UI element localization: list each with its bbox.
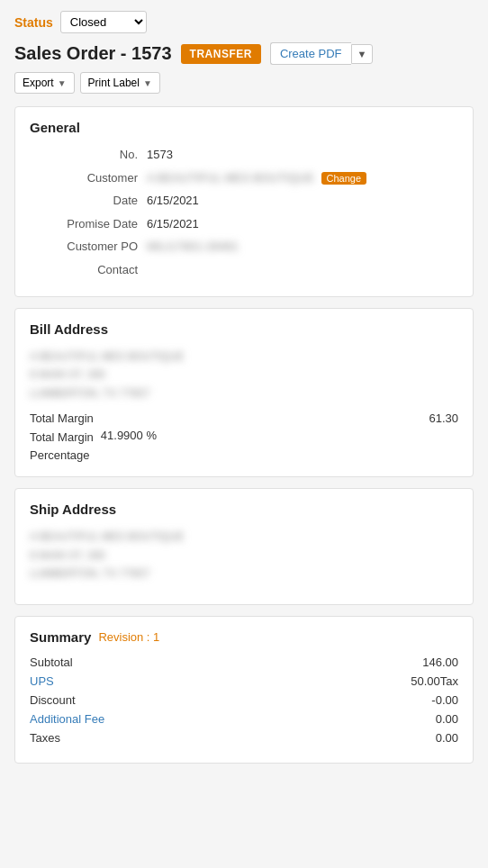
total-margin-pct-label-line2: Percentage xyxy=(30,447,94,465)
summary-title-row: Summary Revision : 1 xyxy=(30,629,458,645)
transfer-button[interactable]: TRANSFER xyxy=(181,44,261,64)
bill-address-card: Bill Address A BEAUTIFUL MES BOUTIQUE 8 … xyxy=(14,308,474,477)
action-row: Export ▼ Print Label ▼ xyxy=(14,72,474,94)
ship-addr-line3: LUMBERTON, TX 77657 xyxy=(30,565,458,583)
print-label-dropdown-icon: ▼ xyxy=(143,78,152,88)
create-pdf-group: Create PDF ▼ xyxy=(270,42,374,65)
status-row: Status Closed Open Pending xyxy=(14,11,474,33)
subtotal-label: Subtotal xyxy=(30,656,73,669)
total-margin-pct-value: 41.9900 % xyxy=(101,429,157,442)
bill-addr-line3: LUMBERTON, TX 77657 xyxy=(30,384,458,402)
ship-address-card: Ship Address A BEAUTIFUL MES BOUTIQUE 8 … xyxy=(14,488,474,605)
discount-label: Discount xyxy=(30,693,76,707)
promise-date-row: Promise Date 6/15/2021 xyxy=(30,215,458,233)
discount-row: Discount -0.00 xyxy=(30,693,458,707)
ship-addr-line1: A BEAUTIFUL MES BOUTIQUE xyxy=(30,528,458,546)
contact-row: Contact xyxy=(30,261,458,279)
general-card: General No. 1573 Customer A BEAUTIFUL ME… xyxy=(14,106,474,297)
no-value: 1573 xyxy=(147,146,458,164)
additional-fee-value: 0.00 xyxy=(436,712,458,726)
customer-po-row: Customer PO MILI17801-28481 xyxy=(30,238,458,256)
bill-address-section-title: Bill Address xyxy=(30,321,458,337)
customer-row: Customer A BEAUTIFUL MES BOUTIQUE Change xyxy=(30,169,458,187)
promise-date-label: Promise Date xyxy=(30,215,147,233)
create-pdf-dropdown-button[interactable]: ▼ xyxy=(351,44,374,64)
ups-row: UPS 50.00Tax xyxy=(30,674,458,688)
summary-card: Summary Revision : 1 Subtotal 146.00 UPS… xyxy=(14,616,474,764)
export-dropdown-icon: ▼ xyxy=(58,78,67,88)
revision-badge: Revision : 1 xyxy=(98,630,159,644)
additional-fee-row: Additional Fee 0.00 xyxy=(30,712,458,726)
customer-po-blurred: MILI17801-28481 xyxy=(147,238,239,256)
total-margin-pct-label-line1: Total Margin xyxy=(30,429,94,447)
customer-value: A BEAUTIFUL MES BOUTIQUE Change xyxy=(147,169,458,187)
customer-name-blurred: A BEAUTIFUL MES BOUTIQUE xyxy=(147,169,314,187)
taxes-row: Taxes 0.00 xyxy=(30,731,458,745)
subtotal-row: Subtotal 146.00 xyxy=(30,656,458,669)
contact-label: Contact xyxy=(30,261,147,279)
bill-addr-line2: 8 MAIN ST, 300 xyxy=(30,366,458,384)
bill-addr-line1: A BEAUTIFUL MES BOUTIQUE xyxy=(30,348,458,366)
total-margin-value: 61.30 xyxy=(429,411,458,425)
bill-address-block: A BEAUTIFUL MES BOUTIQUE 8 MAIN ST, 300 … xyxy=(30,348,458,402)
status-label: Status xyxy=(14,15,53,30)
date-label: Date xyxy=(30,192,147,210)
ship-address-block: A BEAUTIFUL MES BOUTIQUE 8 MAIN ST, 300 … xyxy=(30,528,458,583)
ups-value: 50.00Tax xyxy=(411,674,458,688)
ups-label[interactable]: UPS xyxy=(30,674,54,688)
ship-address-section-title: Ship Address xyxy=(30,502,458,517)
ship-addr-line2: 8 MAIN ST, 300 xyxy=(30,547,458,565)
customer-change-tag[interactable]: Change xyxy=(321,172,367,185)
taxes-value: 0.00 xyxy=(436,731,458,745)
additional-fee-label[interactable]: Additional Fee xyxy=(30,712,104,726)
date-value: 6/15/2021 xyxy=(147,192,458,210)
title-row: Sales Order - 1573 TRANSFER Create PDF ▼ xyxy=(14,42,474,65)
export-button[interactable]: Export ▼ xyxy=(14,72,75,94)
status-select[interactable]: Closed Open Pending xyxy=(60,11,147,33)
print-label-button[interactable]: Print Label ▼ xyxy=(80,72,160,94)
subtotal-value: 146.00 xyxy=(422,656,458,669)
page-title: Sales Order - 1573 xyxy=(14,43,172,64)
total-margin-pct-row: Total Margin Percentage 41.9900 % xyxy=(30,429,458,464)
no-row: No. 1573 xyxy=(30,146,458,164)
total-margin-label: Total Margin xyxy=(30,411,94,425)
summary-section-title: Summary xyxy=(30,629,91,645)
taxes-label: Taxes xyxy=(30,731,60,745)
create-pdf-button[interactable]: Create PDF xyxy=(270,42,351,65)
general-section-title: General xyxy=(30,120,458,135)
discount-value: -0.00 xyxy=(431,693,458,707)
promise-date-value: 6/15/2021 xyxy=(147,215,458,233)
date-row: Date 6/15/2021 xyxy=(30,192,458,210)
no-label: No. xyxy=(30,146,147,164)
total-margin-row: Total Margin 61.30 xyxy=(30,411,458,425)
customer-po-value: MILI17801-28481 xyxy=(147,238,458,256)
customer-po-label: Customer PO xyxy=(30,238,147,256)
customer-label: Customer xyxy=(30,169,147,187)
